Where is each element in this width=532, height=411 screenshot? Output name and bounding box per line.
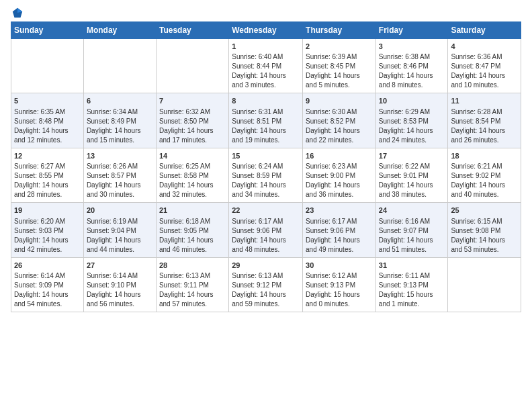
day-number: 6 [87,96,153,106]
day-info-line: Sunset: 8:53 PM [379,117,445,126]
day-cell-29: 29Sunrise: 6:13 AMSunset: 9:12 PMDayligh… [229,257,303,312]
day-info-line: Sunrise: 6:25 AM [159,162,226,171]
day-info-line: Sunset: 9:12 PM [232,281,300,290]
day-info-line: Sunrise: 6:14 AM [14,271,81,281]
day-number: 9 [306,96,373,106]
day-cell-15: 15Sunrise: 6:24 AMSunset: 8:59 PMDayligh… [229,148,303,202]
column-header-saturday: Saturday [448,22,521,39]
day-info-line: Daylight: 14 hours [232,290,300,300]
day-info-line: Daylight: 14 hours [379,126,445,136]
day-info-line: Daylight: 15 hours [379,290,445,300]
week-row-2: 5Sunrise: 6:35 AMSunset: 8:48 PMDaylight… [11,93,521,148]
day-info-line: Sunset: 8:57 PM [87,171,153,181]
day-info-line: Daylight: 14 hours [159,236,226,245]
day-cell-7: 7Sunrise: 6:32 AMSunset: 8:50 PMDaylight… [156,93,228,148]
day-number: 18 [451,151,518,161]
day-info-line: Sunrise: 6:38 AM [379,52,445,62]
day-info-line: Daylight: 14 hours [306,181,373,190]
day-info-line: Sunset: 8:50 PM [159,117,226,126]
day-info-line: Daylight: 14 hours [451,181,518,190]
day-cell-11: 11Sunrise: 6:28 AMSunset: 8:54 PMDayligh… [448,93,521,148]
day-info-line: Sunrise: 6:34 AM [87,107,153,117]
day-info-line: Sunrise: 6:30 AM [306,107,373,117]
day-info-line: Sunrise: 6:16 AM [379,217,445,226]
day-cell-23: 23Sunrise: 6:17 AMSunset: 9:06 PMDayligh… [303,203,376,257]
day-number: 15 [232,151,300,161]
day-info-line: Sunset: 9:09 PM [14,281,81,290]
day-info-line: and 51 minutes. [379,245,445,255]
day-cell-5: 5Sunrise: 6:35 AMSunset: 8:48 PMDaylight… [11,93,84,148]
day-info-line: Sunset: 8:55 PM [14,171,81,181]
day-info-line: Daylight: 14 hours [306,71,373,81]
day-info-line: Daylight: 14 hours [87,126,153,136]
day-info-line: Sunrise: 6:28 AM [451,107,518,117]
day-cell-31: 31Sunrise: 6:11 AMSunset: 9:13 PMDayligh… [375,257,448,312]
day-info-line: and 12 minutes. [14,136,81,145]
day-info-line: Sunrise: 6:13 AM [159,271,226,281]
day-info-line: Sunset: 8:44 PM [232,62,300,71]
day-info-line: Sunset: 9:00 PM [306,171,373,181]
day-info-line: and 1 minute. [379,300,445,309]
day-info-line: Sunset: 9:11 PM [159,281,226,290]
day-info-line: Daylight: 14 hours [159,290,226,300]
day-info-line: Sunrise: 6:26 AM [87,162,153,171]
day-info-line: Sunrise: 6:11 AM [379,271,445,281]
day-info-line: and 0 minutes. [306,300,373,309]
day-info-line: and 57 minutes. [159,300,226,309]
day-info-line: Daylight: 14 hours [451,126,518,136]
empty-cell [83,39,156,93]
day-info-line: and 36 minutes. [306,190,373,199]
day-cell-16: 16Sunrise: 6:23 AMSunset: 9:00 PMDayligh… [303,148,376,202]
day-info-line: and 44 minutes. [87,245,153,255]
day-info-line: and 15 minutes. [87,136,153,145]
day-info-line: Sunset: 9:02 PM [451,171,518,181]
day-info-line: Daylight: 14 hours [232,181,300,190]
day-info-line: Daylight: 14 hours [159,181,226,190]
day-number: 11 [451,96,518,106]
day-info-line: Sunrise: 6:22 AM [379,162,445,171]
day-number: 3 [379,42,445,52]
day-info-line: Sunrise: 6:14 AM [87,271,153,281]
day-info-line: Sunrise: 6:13 AM [232,271,300,281]
day-number: 30 [306,261,373,271]
day-info-line: Sunset: 9:05 PM [159,226,226,236]
day-info-line: Sunrise: 6:39 AM [306,52,373,62]
column-header-friday: Friday [375,22,448,39]
day-info-line: and 22 minutes. [306,136,373,145]
column-header-sunday: Sunday [11,22,84,39]
day-info-line: Sunrise: 6:35 AM [14,107,81,117]
calendar-table: SundayMondayTuesdayWednesdayThursdayFrid… [11,21,521,312]
day-number: 14 [159,151,226,161]
day-cell-24: 24Sunrise: 6:16 AMSunset: 9:07 PMDayligh… [375,203,448,257]
day-info-line: and 46 minutes. [159,245,226,255]
day-cell-18: 18Sunrise: 6:21 AMSunset: 9:02 PMDayligh… [448,148,521,202]
day-info-line: Sunset: 9:01 PM [379,171,445,181]
day-cell-26: 26Sunrise: 6:14 AMSunset: 9:09 PMDayligh… [11,257,84,312]
day-info-line: and 40 minutes. [451,190,518,199]
day-info-line: Daylight: 14 hours [14,236,81,245]
day-info-line: Sunrise: 6:23 AM [306,162,373,171]
day-cell-3: 3Sunrise: 6:38 AMSunset: 8:46 PMDaylight… [375,39,448,93]
day-info-line: Sunrise: 6:24 AM [232,162,300,171]
day-info-line: Daylight: 14 hours [87,290,153,300]
day-info-line: Sunrise: 6:20 AM [14,217,81,226]
day-number: 29 [232,261,300,271]
day-cell-10: 10Sunrise: 6:29 AMSunset: 8:53 PMDayligh… [375,93,448,148]
day-info-line: Sunset: 9:07 PM [379,226,445,236]
day-info-line: Daylight: 14 hours [159,126,226,136]
day-number: 12 [14,151,81,161]
day-info-line: and 32 minutes. [159,190,226,199]
day-info-line: and 53 minutes. [451,245,518,255]
day-info-line: and 30 minutes. [87,190,153,199]
day-info-line: and 34 minutes. [232,190,300,199]
day-info-line: Sunset: 9:06 PM [232,226,300,236]
day-cell-21: 21Sunrise: 6:18 AMSunset: 9:05 PMDayligh… [156,203,228,257]
day-info-line: Sunrise: 6:31 AM [232,107,300,117]
day-number: 2 [306,42,373,52]
day-info-line: Daylight: 14 hours [232,126,300,136]
day-info-line: and 49 minutes. [306,245,373,255]
day-cell-20: 20Sunrise: 6:19 AMSunset: 9:04 PMDayligh… [83,203,156,257]
empty-cell [156,39,228,93]
day-info-line: and 19 minutes. [232,136,300,145]
day-cell-6: 6Sunrise: 6:34 AMSunset: 8:49 PMDaylight… [83,93,156,148]
